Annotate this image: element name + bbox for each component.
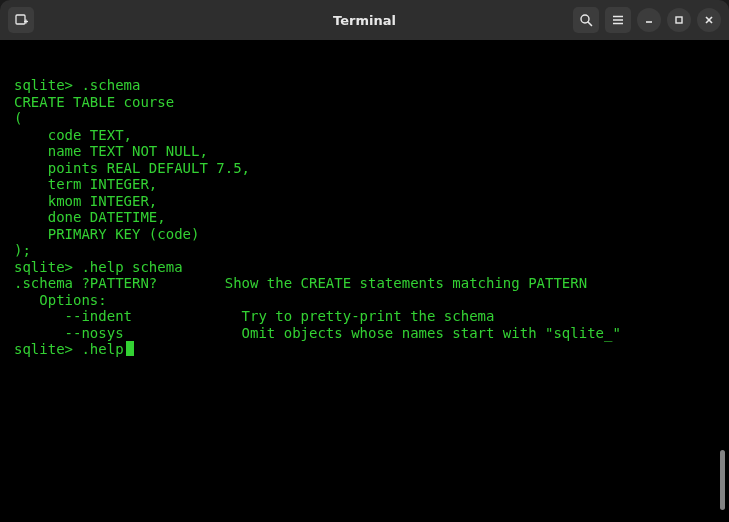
terminal-line: );	[14, 242, 729, 259]
minimize-button[interactable]	[637, 8, 661, 32]
maximize-icon	[673, 14, 685, 26]
menu-button[interactable]	[605, 7, 631, 33]
terminal-line: Options:	[14, 292, 729, 309]
close-icon	[703, 14, 715, 26]
search-icon	[579, 13, 593, 27]
svg-line-4	[588, 22, 592, 26]
search-button[interactable]	[573, 7, 599, 33]
terminal-line: PRIMARY KEY (code)	[14, 226, 729, 243]
terminal-line: done DATETIME,	[14, 209, 729, 226]
terminal-line: term INTEGER,	[14, 176, 729, 193]
hamburger-menu-icon	[611, 13, 625, 27]
terminal-line: name TEXT NOT NULL,	[14, 143, 729, 160]
terminal-line: --indent Try to pretty-print the schema	[14, 308, 729, 325]
terminal-line: kmom INTEGER,	[14, 193, 729, 210]
terminal-line: sqlite> .help	[14, 341, 729, 358]
terminal-line: --nosys Omit objects whose names start w…	[14, 325, 729, 342]
terminal-line: .schema ?PATTERN? Show the CREATE statem…	[14, 275, 729, 292]
maximize-button[interactable]	[667, 8, 691, 32]
new-tab-button[interactable]	[8, 7, 34, 33]
terminal-line: sqlite> .help schema	[14, 259, 729, 276]
terminal-line: CREATE TABLE course	[14, 94, 729, 111]
minimize-icon	[643, 14, 655, 26]
close-button[interactable]	[697, 8, 721, 32]
new-tab-icon	[14, 13, 28, 27]
svg-rect-9	[676, 17, 682, 23]
cursor	[126, 341, 134, 356]
svg-rect-0	[16, 15, 25, 24]
scrollbar-thumb[interactable]	[720, 450, 725, 510]
terminal-area[interactable]: sqlite> .schemaCREATE TABLE course( code…	[0, 40, 729, 522]
terminal-line: code TEXT,	[14, 127, 729, 144]
titlebar: Terminal	[0, 0, 729, 40]
terminal-line: (	[14, 110, 729, 127]
terminal-line: points REAL DEFAULT 7.5,	[14, 160, 729, 177]
terminal-line: sqlite> .schema	[14, 77, 729, 94]
